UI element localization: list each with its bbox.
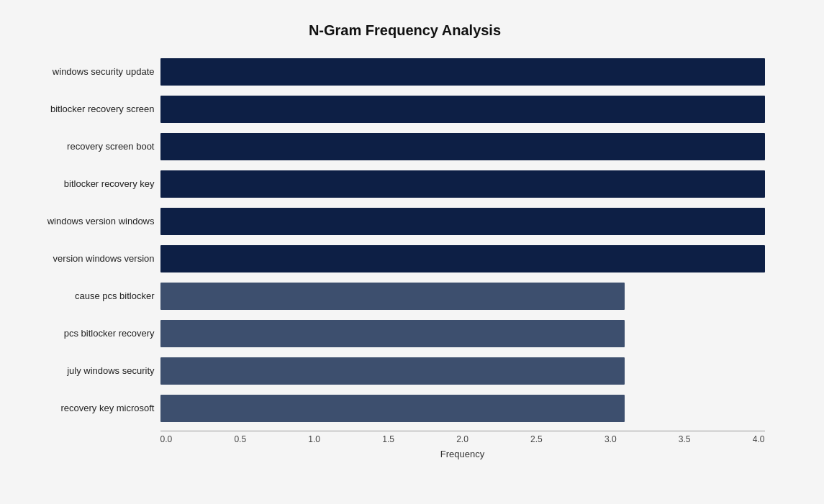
x-tick: 1.0: [308, 434, 320, 444]
bar: [160, 320, 625, 347]
bars-wrapper: windows security updatebitlocker recover…: [31, 53, 779, 427]
bar-row: bitlocker recovery key: [160, 165, 765, 203]
chart-title: N-Gram Frequency Analysis: [31, 22, 779, 39]
bar-row: recovery key microsoft: [160, 390, 765, 427]
x-axis: 0.00.51.01.52.02.53.03.54.0 Frequency: [160, 431, 765, 459]
bar-row: recovery screen boot: [160, 128, 765, 165]
bar-label: recovery key microsoft: [29, 403, 155, 413]
bar-label: recovery screen boot: [29, 141, 155, 152]
x-axis-line: [160, 431, 765, 431]
bar: [160, 58, 765, 86]
bar: [160, 170, 765, 198]
bar: [160, 96, 765, 123]
bar-row: windows version windows: [160, 203, 765, 240]
x-tick: 2.0: [456, 434, 468, 444]
bar-label: windows version windows: [29, 216, 155, 226]
bar-label: windows security update: [29, 66, 155, 77]
x-tick: 3.5: [679, 434, 691, 444]
bar-label: july windows security: [29, 365, 155, 376]
bar-row: cause pcs bitlocker: [160, 278, 765, 315]
bar: [160, 133, 765, 160]
x-tick: 1.5: [382, 434, 394, 444]
chart-area: windows security updatebitlocker recover…: [160, 53, 765, 427]
bar-label: bitlocker recovery screen: [29, 104, 155, 114]
bar-label: cause pcs bitlocker: [29, 290, 155, 301]
x-tick: 2.5: [530, 434, 543, 444]
bar-row: windows security update: [160, 53, 765, 91]
bar-label: version windows version: [29, 253, 155, 264]
bar: [160, 208, 765, 235]
bar-row: bitlocker recovery screen: [160, 91, 765, 128]
x-tick: 3.0: [605, 434, 617, 444]
bar: [160, 395, 625, 422]
bar: [160, 283, 625, 310]
bar-row: version windows version: [160, 240, 765, 278]
x-tick: 4.0: [753, 434, 765, 444]
bar-label: pcs bitlocker recovery: [29, 328, 155, 339]
x-tick: 0.0: [160, 434, 173, 444]
bar-row: july windows security: [160, 352, 765, 390]
bar-label: bitlocker recovery key: [29, 178, 155, 189]
bar: [160, 245, 765, 272]
x-axis-label: Frequency: [160, 449, 765, 459]
x-tick: 0.5: [234, 434, 246, 444]
x-ticks: 0.00.51.01.52.02.53.03.54.0: [160, 434, 765, 444]
chart-container: N-Gram Frequency Analysis windows securi…: [17, 8, 808, 497]
bar-row: pcs bitlocker recovery: [160, 315, 765, 352]
bar: [160, 357, 625, 385]
